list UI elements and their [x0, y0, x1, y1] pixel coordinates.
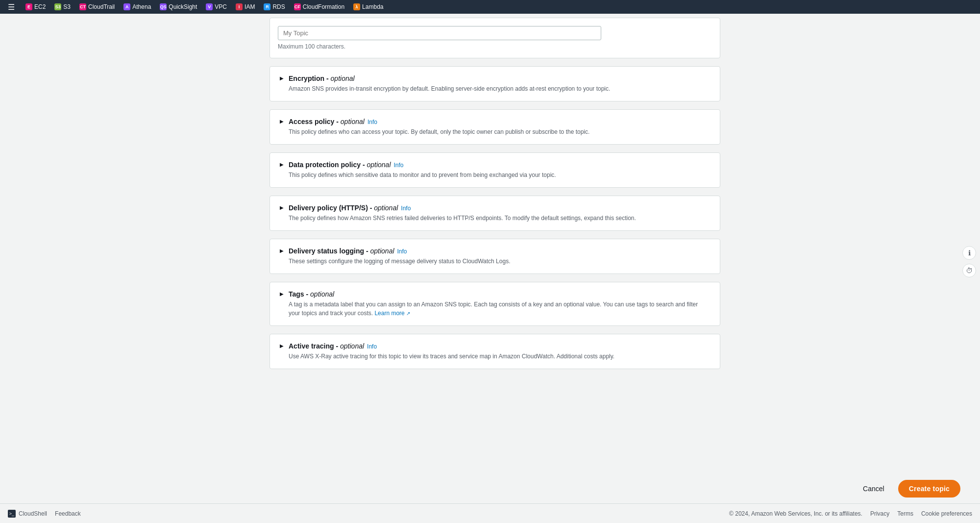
- accordion-header-tags[interactable]: ▶ Tags - optional A tag is a metadata la…: [270, 282, 720, 325]
- accordion-title-block-tags: Tags - optional A tag is a metadata labe…: [289, 290, 710, 318]
- accordion-title-access_policy: Access policy - optional: [289, 118, 365, 125]
- create-topic-button[interactable]: Create topic: [898, 480, 960, 498]
- right-icons-panel: ℹ ⏱: [958, 242, 980, 281]
- footer: >_ CloudShell Feedback © 2024, Amazon We…: [0, 503, 980, 523]
- iam-nav-label: IAM: [245, 3, 255, 10]
- accordion-desc-encryption: Amazon SNS provides in-transit encryptio…: [289, 84, 710, 93]
- accordion-arrow-encryption: ▶: [280, 75, 284, 81]
- accordion-arrow-delivery_policy: ▶: [280, 205, 284, 210]
- external-icon-tags: ↗: [406, 311, 410, 316]
- s3-nav-icon: S3: [54, 3, 61, 10]
- quicksight-nav-icon: QS: [160, 3, 167, 10]
- info-link-access_policy[interactable]: Info: [368, 119, 377, 125]
- cloudformation-nav-icon: CF: [294, 3, 301, 10]
- rds-nav-label: RDS: [272, 3, 285, 10]
- ec2-nav-label: EC2: [34, 3, 46, 10]
- cloudformation-nav-label: CloudFormation: [303, 3, 344, 10]
- accordion-desc-access_policy: This policy defines who can access your …: [289, 127, 710, 136]
- cookie-link[interactable]: Cookie preferences: [921, 510, 972, 517]
- accordion-title-block-encryption: Encryption - optional Amazon SNS provide…: [289, 75, 710, 93]
- ec2-nav-icon: E: [25, 3, 32, 10]
- iam-nav-icon: I: [236, 3, 243, 10]
- accordion-header-delivery_status[interactable]: ▶ Delivery status logging - optionalInfo…: [270, 239, 720, 274]
- accordion-desc-active_tracing: Use AWS X-Ray active tracing for this to…: [289, 352, 710, 361]
- lambda-nav-icon: λ: [353, 3, 360, 10]
- footer-left: >_ CloudShell Feedback: [8, 510, 81, 518]
- accordion-encryption: ▶ Encryption - optional Amazon SNS provi…: [270, 66, 720, 101]
- accordion-title-block-data_protection: Data protection policy - optionalInfo Th…: [289, 161, 710, 179]
- info-icon-btn[interactable]: ℹ: [962, 246, 976, 260]
- action-bar: Cancel Create topic: [0, 474, 980, 503]
- main-container: Maximum 100 characters. ▶ Encryption - o…: [0, 14, 980, 523]
- content-area: Maximum 100 characters. ▶ Encryption - o…: [240, 14, 740, 523]
- accordion-arrow-tags: ▶: [280, 291, 284, 297]
- footer-copyright: © 2024, Amazon Web Services, Inc. or its…: [729, 510, 862, 517]
- topic-name-section: Maximum 100 characters.: [270, 18, 720, 58]
- accordion-header-delivery_policy[interactable]: ▶ Delivery policy (HTTP/S) - optionalInf…: [270, 196, 720, 230]
- accordion-access_policy: ▶ Access policy - optionalInfo This poli…: [270, 109, 720, 145]
- accordion-title-block-access_policy: Access policy - optionalInfo This policy…: [289, 118, 710, 136]
- rds-nav-icon: R: [264, 3, 270, 10]
- accordion-container: ▶ Encryption - optional Amazon SNS provi…: [270, 66, 720, 369]
- accordion-header-encryption[interactable]: ▶ Encryption - optional Amazon SNS provi…: [270, 67, 720, 101]
- accordion-header-data_protection[interactable]: ▶ Data protection policy - optionalInfo …: [270, 153, 720, 187]
- accordion-title-tags: Tags - optional: [289, 290, 334, 298]
- nav-service-s3[interactable]: S3S3: [50, 2, 74, 11]
- accordion-desc-data_protection: This policy defines which sensitive data…: [289, 171, 710, 179]
- cloudshell-button[interactable]: >_ CloudShell: [8, 510, 47, 518]
- sidebar-toggle[interactable]: ☰: [4, 0, 19, 14]
- nav-service-cloudtrail[interactable]: CTCloudTrail: [75, 2, 119, 11]
- nav-service-rds[interactable]: RRDS: [260, 2, 289, 11]
- nav-service-vpc[interactable]: VVPC: [202, 2, 231, 11]
- s3-nav-label: S3: [63, 3, 71, 10]
- privacy-link[interactable]: Privacy: [870, 510, 889, 517]
- nav-service-athena[interactable]: AAthena: [120, 2, 155, 11]
- accordion-header-active_tracing[interactable]: ▶ Active tracing - optionalInfo Use AWS …: [270, 334, 720, 369]
- accordion-active_tracing: ▶ Active tracing - optionalInfo Use AWS …: [270, 334, 720, 369]
- accordion-header-access_policy[interactable]: ▶ Access policy - optionalInfo This poli…: [270, 110, 720, 144]
- info-link-data_protection[interactable]: Info: [394, 162, 404, 169]
- accordion-desc-delivery_policy: The policy defines how Amazon SNS retrie…: [289, 214, 710, 223]
- accordion-delivery_policy: ▶ Delivery policy (HTTP/S) - optionalInf…: [270, 196, 720, 231]
- lambda-nav-label: Lambda: [362, 3, 383, 10]
- info-link-delivery_status[interactable]: Info: [397, 248, 407, 255]
- nav-service-quicksight[interactable]: QSQuickSight: [156, 2, 201, 11]
- accordion-title-block-delivery_status: Delivery status logging - optionalInfo T…: [289, 247, 710, 266]
- terms-link[interactable]: Terms: [897, 510, 913, 517]
- learn-more-tags[interactable]: Learn more ↗: [374, 310, 410, 317]
- cancel-button[interactable]: Cancel: [855, 481, 892, 497]
- cloudshell-icon: >_: [8, 510, 16, 518]
- accordion-title-delivery_status: Delivery status logging - optional: [289, 247, 394, 255]
- vpc-nav-icon: V: [206, 3, 213, 10]
- info-link-active_tracing[interactable]: Info: [367, 343, 377, 350]
- accordion-desc-delivery_status: These settings configure the logging of …: [289, 257, 710, 266]
- accordion-title-block-active_tracing: Active tracing - optionalInfo Use AWS X-…: [289, 342, 710, 361]
- cloudtrail-nav-label: CloudTrail: [88, 3, 115, 10]
- topic-name-input[interactable]: [278, 26, 601, 40]
- accordion-tags: ▶ Tags - optional A tag is a metadata la…: [270, 282, 720, 326]
- accordion-delivery_status: ▶ Delivery status logging - optionalInfo…: [270, 239, 720, 274]
- settings-icon-btn[interactable]: ⏱: [962, 264, 976, 277]
- accordion-title-active_tracing: Active tracing - optional: [289, 342, 364, 350]
- nav-service-lambda[interactable]: λLambda: [349, 2, 387, 11]
- cloudshell-label: CloudShell: [19, 510, 47, 517]
- accordion-arrow-delivery_status: ▶: [280, 248, 284, 253]
- nav-service-iam[interactable]: IIAM: [232, 2, 259, 11]
- athena-nav-icon: A: [123, 3, 130, 10]
- vpc-nav-label: VPC: [215, 3, 227, 10]
- info-link-delivery_policy[interactable]: Info: [401, 205, 411, 212]
- feedback-link[interactable]: Feedback: [55, 510, 81, 517]
- athena-nav-label: Athena: [132, 3, 151, 10]
- nav-service-cloudformation[interactable]: CFCloudFormation: [290, 2, 348, 11]
- char-limit-text: Maximum 100 characters.: [278, 43, 712, 50]
- accordion-title-data_protection: Data protection policy - optional: [289, 161, 391, 169]
- quicksight-nav-label: QuickSight: [169, 3, 197, 10]
- nav-service-ec2[interactable]: EEC2: [22, 2, 49, 11]
- accordion-title-delivery_policy: Delivery policy (HTTP/S) - optional: [289, 204, 398, 212]
- accordion-data_protection: ▶ Data protection policy - optionalInfo …: [270, 152, 720, 188]
- accordion-title-block-delivery_policy: Delivery policy (HTTP/S) - optionalInfo …: [289, 204, 710, 223]
- accordion-arrow-active_tracing: ▶: [280, 343, 284, 349]
- cloudtrail-nav-icon: CT: [79, 3, 86, 10]
- accordion-arrow-access_policy: ▶: [280, 119, 284, 124]
- footer-right: © 2024, Amazon Web Services, Inc. or its…: [729, 510, 972, 517]
